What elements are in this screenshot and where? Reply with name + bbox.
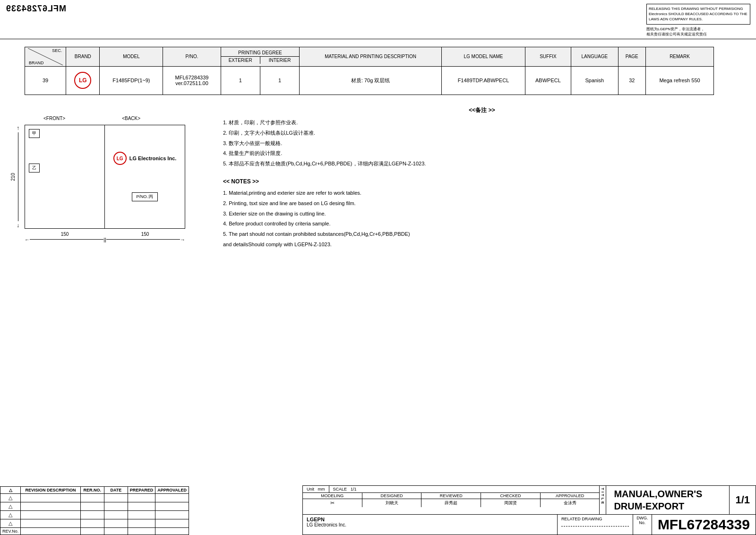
cell-suffix: ABWPECL: [525, 66, 571, 95]
reviewed-header: REVIEWED: [421, 493, 481, 499]
specs-table-wrapper: SEC. BRAND BRAND MODEL P/NO.: [25, 47, 750, 95]
revision-row-2: △: [0, 502, 189, 511]
brand-mark: 甲: [29, 129, 40, 138]
pno-box: P/NO.:丙: [132, 192, 157, 201]
page-fraction: 1/1: [729, 486, 756, 514]
diagram-right-panel: LG LG Electronics Inc. P/NO.:丙: [105, 125, 185, 228]
diagram-container: 210 ↑ ↓ 甲: [25, 125, 204, 242]
main-content: SEC. BRAND BRAND MODEL P/NO.: [0, 39, 756, 263]
diagram-area: <FRONT> <BACK> 210 ↑ ↓: [6, 106, 204, 259]
doc-number-mirrored: MFL67284339: [6, 4, 66, 14]
list-item: 3. 数字大小依据一般规格.: [223, 139, 741, 148]
top-header: MFL67284339 RELEASING THIS DRAWING WITHO…: [0, 0, 756, 39]
names-value-row: ✂ 刘晓天 薛秀超 周国贤 金泳秀: [303, 499, 599, 507]
notice-sub-text: 图纸为LGEPN资产，非法流通者， 相关责任请按公司有关规定追究责任: [646, 26, 750, 37]
approvaled-value: 金泳秀: [541, 499, 600, 507]
notes-area: <<备注 >> 1. 材质，印刷，尺寸参照作业表. 2. 印刷，文字大小和线条以…: [214, 106, 750, 259]
svg-line-0: [28, 48, 63, 65]
revision-table-inner: △ REVISION DESCRIPTION RER.NO. DATE PREP…: [0, 486, 189, 535]
title-block-top: Unit mm SCALE 1/1 MODELING DESIGNED REVI…: [303, 486, 756, 515]
related-drawing-label: RELATED DRAWING: [561, 517, 629, 521]
cell-remark: Mega refresh 550: [645, 66, 713, 95]
dim-right-group: 150 | →: [105, 232, 185, 242]
unit-cell: Unit mm: [303, 486, 329, 492]
col-model: MODEL: [100, 47, 163, 66]
cell-material: 材质: 70g 双层纸: [300, 66, 442, 95]
title-line1: MANUAL,OWNER'S: [614, 488, 722, 500]
top-right-notice: RELEASING THIS DRAWING WITHOUT PERMISION…: [646, 4, 750, 37]
lg-circle-logo: LG: [113, 152, 127, 165]
list-item: 5. 本部品不应含有禁止物质(Pb,Cd,Hg,Cr+6,PBB,PBDE)，详…: [223, 159, 741, 169]
revision-label-row: REV.No.: [0, 528, 189, 535]
revision-row-1: △: [0, 494, 189, 502]
specs-table: SEC. BRAND BRAND MODEL P/NO.: [25, 47, 714, 95]
cell-brand: LG: [66, 66, 100, 95]
revision-header-row: △ REVISION DESCRIPTION RER.NO. DATE PREP…: [0, 487, 189, 494]
related-drawing-line: [561, 526, 629, 526]
bottom-dimension: 150 ← | 150 | →: [25, 232, 204, 242]
title-block-bottom: LGEPN LG Electronics Inc. RELATED DRAWIN…: [303, 515, 756, 535]
approvaled-header: APPROVALED: [541, 493, 600, 499]
doc-number-large: MFL67284339: [652, 515, 756, 535]
dim-height-value: 210: [10, 173, 16, 181]
modeling-value: ✂: [303, 499, 362, 507]
dwg-no-cell: DWG. No.: [633, 515, 652, 535]
list-item: 1. 材质，印刷，尺寸参照作业表.: [223, 118, 741, 128]
col-sec-work: SEC. BRAND: [25, 47, 66, 66]
cn-notes-section: <<备注 >> 1. 材质，印刷，尺寸参照作业表. 2. 印刷，文字大小和线条以…: [223, 106, 741, 169]
pno-container: P/NO.:丙: [132, 183, 157, 201]
table-header-row: SEC. BRAND BRAND MODEL P/NO.: [25, 47, 714, 66]
designed-header: DESIGNED: [362, 493, 422, 499]
front-label: <FRONT>: [43, 116, 65, 121]
cell-exterier: 1: [221, 66, 260, 95]
cn-notes-list: 1. 材质，印刷，尺寸参照作业表. 2. 印刷，文字大小和线条以LG设计基准. …: [223, 118, 741, 169]
list-item: 4. 批量生产前的设计限度.: [223, 149, 741, 158]
col-brand: BRAND: [66, 47, 100, 66]
revision-row-4: △: [0, 519, 189, 528]
cell-lg-model-name: F1489TDP.ABWPECL: [442, 66, 525, 95]
company-info: LGEPN LG Electronics Inc.: [303, 515, 558, 535]
col-page: PAGE: [618, 47, 645, 66]
cn-notes-title: <<备注 >>: [223, 106, 741, 114]
col-language: LANGUAGE: [571, 47, 618, 66]
cell-model: F1485FDP(1~9): [100, 66, 163, 95]
list-item: 2. 印刷，文字大小和线条以LG设计基准.: [223, 129, 741, 138]
related-drawing-cell: RELATED DRAWING: [558, 515, 633, 535]
company-code: LGEPN: [307, 517, 553, 522]
left-dimension: 210 ↑ ↓: [10, 125, 19, 229]
notice-main-text: RELEASING THIS DRAWING WITHOUT PERMISION…: [646, 4, 750, 25]
unit-scale-row: Unit mm SCALE 1/1: [303, 486, 599, 493]
model-mark: 乙: [29, 164, 40, 173]
cell-page: 32: [618, 66, 645, 95]
title-block: Unit mm SCALE 1/1 MODELING DESIGNED REVI…: [302, 485, 756, 535]
dim-left-group: 150 ← |: [25, 232, 105, 242]
cell-sec: 39: [25, 66, 66, 95]
reviewed-value: 薛秀超: [421, 499, 481, 507]
revision-row-3: △: [0, 511, 189, 519]
col-printing-degree: PRINTING DEGREE EXTERIER INTERIER: [221, 47, 300, 66]
list-item: 4. Before product controlled by criteria…: [223, 219, 741, 229]
company-name: LG Electronics Inc.: [307, 522, 553, 527]
checked-header: CHECKED: [481, 493, 541, 499]
diagram-box: 甲 乙 LG LG Electronics Inc.: [25, 125, 185, 229]
title-line2: DRUM-EXPORT: [614, 500, 722, 512]
scale-cell: SCALE 1/1: [329, 486, 361, 492]
list-item: 3. Exterier size on the drawing is cutti…: [223, 209, 741, 219]
cell-pno: MFL67284339 ver.072511.00: [163, 66, 221, 95]
list-item: 2. Printing, tsxt size and line are base…: [223, 199, 741, 208]
list-item: 5. The part should not contain prohibite…: [223, 230, 741, 239]
col-material-desc: MATERIAL AND PRINTING DESCRIPTION: [300, 47, 442, 66]
col-pno: P/NO.: [163, 47, 221, 66]
body-columns: <FRONT> <BACK> 210 ↑ ↓: [6, 106, 750, 259]
list-item: and detailsShould comply with LGEPN-Z-10…: [223, 240, 741, 250]
col-lg-model: LG MODEL NAME: [442, 47, 525, 66]
designed-value: 刘晓天: [362, 499, 422, 507]
cell-interier: 1: [260, 66, 299, 95]
title-meta-section: Unit mm SCALE 1/1 MODELING DESIGNED REVI…: [303, 486, 600, 514]
back-label: <BACK>: [122, 116, 140, 121]
revision-table: △ REVISION DESCRIPTION RER.NO. DATE PREP…: [0, 486, 189, 535]
checked-value: 周国贤: [481, 499, 541, 507]
cell-language: Spanish: [571, 66, 618, 95]
list-item: 1. Material,printing and exterier size a…: [223, 189, 741, 198]
diagram-left-panel: 甲 乙: [25, 125, 105, 228]
